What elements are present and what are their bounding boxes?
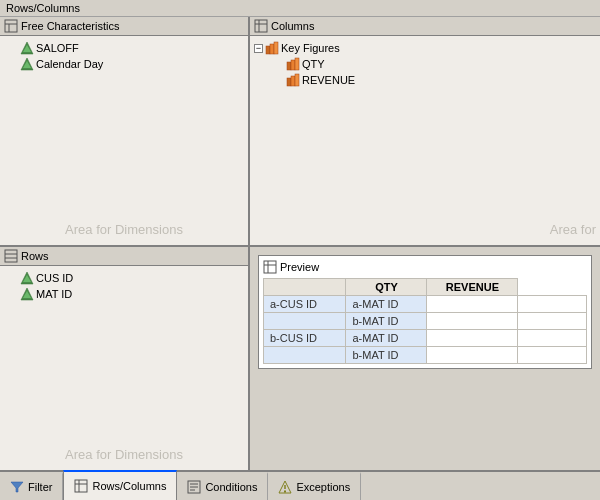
mat-id-icon (20, 287, 34, 301)
preview-header-empty (264, 279, 346, 296)
svg-rect-26 (264, 261, 276, 273)
columns-panel-icon (254, 19, 268, 33)
free-characteristics-title-bar: Free Characteristics (0, 17, 248, 36)
preview-area: Preview QTY REVENUE a-CUS ID (250, 247, 600, 470)
rows-panel: Rows CUS ID MAT ID (0, 247, 250, 470)
columns-label: Columns (271, 20, 314, 32)
mat-id-label: MAT ID (36, 288, 72, 300)
preview-cell-cus-0: a-CUS ID (264, 296, 346, 313)
tab-conditions-label: Conditions (205, 481, 257, 493)
cus-id-item[interactable]: CUS ID (18, 270, 246, 286)
calendar-day-icon (20, 57, 34, 71)
preview-data-rev-3 (518, 347, 587, 364)
svg-rect-17 (291, 76, 295, 86)
preview-icon (263, 260, 277, 274)
preview-row-0: a-CUS ID a-MAT ID (264, 296, 587, 313)
svg-rect-14 (291, 60, 295, 70)
svg-rect-18 (295, 74, 299, 86)
svg-rect-11 (270, 44, 274, 54)
content-area: Free Characteristics SALOFF Calendar Day (0, 17, 600, 470)
rowscolumns-tab-icon (74, 479, 88, 493)
preview-row-3: b-MAT ID (264, 347, 587, 364)
preview-grid: QTY REVENUE a-CUS ID a-MAT ID (263, 278, 587, 364)
svg-rect-19 (5, 250, 17, 262)
preview-row-2: b-CUS ID a-MAT ID (264, 330, 587, 347)
revenue-icon (286, 73, 300, 87)
preview-label: Preview (280, 261, 319, 273)
calendar-day-item[interactable]: Calendar Day (18, 56, 246, 72)
cus-id-label: CUS ID (36, 272, 73, 284)
preview-cell-cus-1 (264, 313, 346, 330)
qty-label: QTY (302, 58, 325, 70)
free-characteristics-label: Free Characteristics (21, 20, 119, 32)
free-characteristics-tree: SALOFF Calendar Day (0, 36, 248, 76)
rows-panel-icon (4, 249, 18, 263)
rows-watermark: Area for Dimensions (65, 447, 183, 462)
svg-rect-15 (295, 58, 299, 70)
key-figures-label: Key Figures (281, 42, 340, 54)
svg-rect-10 (266, 46, 270, 54)
tab-rowscolumns-label: Rows/Columns (92, 480, 166, 492)
preview-cell-mat-2: a-MAT ID (346, 330, 427, 347)
preview-box: Preview QTY REVENUE a-CUS ID (258, 255, 592, 369)
preview-cell-mat-1: b-MAT ID (346, 313, 427, 330)
svg-marker-29 (11, 482, 23, 492)
columns-panel: Columns − Key Figures QTY (250, 17, 600, 245)
svg-rect-12 (274, 42, 278, 54)
preview-cell-mat-0: a-MAT ID (346, 296, 427, 313)
free-characteristics-watermark: Area for Dimensions (65, 222, 183, 237)
mat-id-item[interactable]: MAT ID (18, 286, 246, 302)
svg-rect-39 (284, 491, 286, 493)
section-bar: Rows/Columns (0, 0, 600, 17)
rows-label: Rows (21, 250, 49, 262)
preview-header-revenue: REVENUE (427, 279, 518, 296)
main-container: Rows/Columns Free Characteristics (0, 0, 600, 500)
svg-rect-13 (287, 62, 291, 70)
conditions-tab-icon (187, 480, 201, 494)
svg-rect-7 (255, 20, 267, 32)
cus-id-icon (20, 271, 34, 285)
columns-watermark: Area for (550, 222, 596, 237)
columns-tree: − Key Figures QTY (250, 36, 600, 92)
preview-data-rev-2 (518, 330, 587, 347)
preview-title: Preview (263, 260, 587, 274)
lower-panels: Rows CUS ID MAT ID (0, 247, 600, 470)
filter-tab-icon (10, 480, 24, 494)
qty-icon (286, 57, 300, 71)
preview-data-qty-1 (427, 313, 518, 330)
free-characteristics-panel-icon (4, 19, 18, 33)
preview-data-qty-2 (427, 330, 518, 347)
preview-cell-cus-3 (264, 347, 346, 364)
rows-tree: CUS ID MAT ID (0, 266, 248, 306)
preview-data-rev-1 (518, 313, 587, 330)
tab-filter[interactable]: Filter (0, 472, 63, 500)
rows-title-bar: Rows (0, 247, 248, 266)
preview-cell-mat-3: b-MAT ID (346, 347, 427, 364)
preview-data-qty-0 (427, 296, 518, 313)
key-figures-expand-icon[interactable]: − (254, 44, 263, 53)
saloff-label: SALOFF (36, 42, 79, 54)
section-title: Rows/Columns (6, 2, 80, 14)
tab-conditions[interactable]: Conditions (177, 472, 268, 500)
svg-rect-16 (287, 78, 291, 86)
revenue-item[interactable]: REVENUE (284, 72, 598, 88)
saloff-item[interactable]: SALOFF (18, 40, 246, 56)
tab-filter-label: Filter (28, 481, 52, 493)
preview-data-qty-3 (427, 347, 518, 364)
key-figures-group[interactable]: − Key Figures (252, 40, 598, 56)
tab-exceptions-label: Exceptions (296, 481, 350, 493)
columns-title-bar: Columns (250, 17, 600, 36)
tab-bar: Filter Rows/Columns Conditions Exception… (0, 470, 600, 500)
preview-data-rev-0 (518, 296, 587, 313)
svg-rect-0 (5, 20, 17, 32)
exceptions-tab-icon (278, 480, 292, 494)
tab-rowscolumns[interactable]: Rows/Columns (63, 470, 177, 500)
preview-header-qty: QTY (346, 279, 427, 296)
upper-panels: Free Characteristics SALOFF Calendar Day (0, 17, 600, 247)
qty-item[interactable]: QTY (284, 56, 598, 72)
revenue-label: REVENUE (302, 74, 355, 86)
tab-exceptions[interactable]: Exceptions (268, 472, 361, 500)
saloff-icon (20, 41, 34, 55)
calendar-day-label: Calendar Day (36, 58, 103, 70)
svg-rect-30 (75, 480, 87, 492)
